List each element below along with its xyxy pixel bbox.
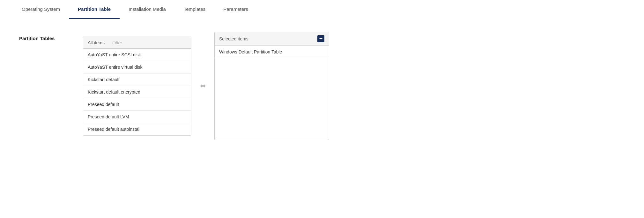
dual-list: All items AutoYaST entire SCSI diskAutoY… (83, 32, 329, 140)
list-item[interactable]: AutoYaST entire SCSI disk (83, 49, 191, 61)
transfer-icon: ⇔ (196, 82, 209, 90)
list-item[interactable]: Kickstart default encrypted (83, 86, 191, 98)
field-label: Partition Tables (19, 32, 70, 41)
tab-partition-table[interactable]: Partition Table (69, 0, 120, 19)
selected-items-header: Selected items − (215, 32, 329, 46)
remove-button[interactable]: − (317, 35, 324, 42)
tab-templates[interactable]: Templates (175, 0, 214, 19)
content-area: Partition Tables All items AutoYaST enti… (0, 19, 644, 153)
all-items-panel: All items AutoYaST entire SCSI diskAutoY… (83, 37, 191, 136)
page-wrapper: Operating SystemPartition TableInstallat… (0, 0, 644, 218)
tabs-bar: Operating SystemPartition TableInstallat… (0, 0, 644, 19)
selected-items-title: Selected items (219, 36, 248, 41)
list-item[interactable]: Kickstart default (83, 74, 191, 86)
tab-parameters[interactable]: Parameters (214, 0, 257, 19)
selected-list-item[interactable]: Windows Default Partition Table (215, 46, 329, 58)
list-item[interactable]: Preseed default (83, 98, 191, 111)
tab-installation-media[interactable]: Installation Media (120, 0, 175, 19)
all-items-header: All items (83, 37, 191, 49)
tab-operating-system[interactable]: Operating System (13, 0, 69, 19)
field-row: Partition Tables All items AutoYaST enti… (19, 32, 625, 140)
list-item[interactable]: AutoYaST entire virtual disk (83, 61, 191, 74)
selected-items-panel: Selected items − Windows Default Partiti… (214, 32, 329, 140)
list-item[interactable]: Preseed default autoinstall (83, 123, 191, 135)
list-item[interactable]: Preseed default LVM (83, 111, 191, 123)
selected-items-list: Windows Default Partition Table (215, 46, 329, 140)
filter-input[interactable] (109, 37, 191, 48)
all-items-label: All items (83, 37, 109, 48)
all-items-list: AutoYaST entire SCSI diskAutoYaST entire… (83, 49, 191, 135)
